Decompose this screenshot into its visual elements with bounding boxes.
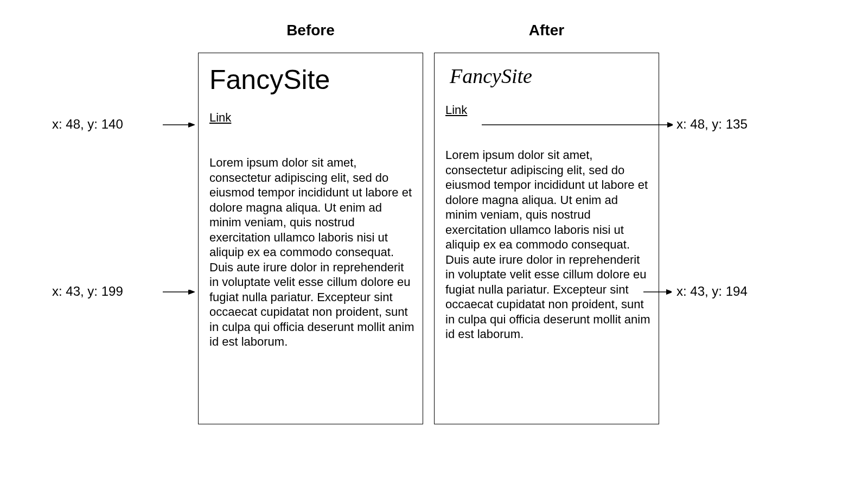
coord-label-after-body: x: 43, y: 194: [676, 284, 748, 299]
coord-label-before-body: x: 43, y: 199: [52, 284, 123, 299]
link-after[interactable]: Link: [445, 103, 467, 117]
coord-label-after-link: x: 48, y: 135: [676, 117, 748, 132]
site-title-before: FancySite: [209, 64, 415, 96]
body-text-after: Lorem ipsum dolor sit amet, consectetur …: [445, 148, 651, 342]
body-text-before: Lorem ipsum dolor sit amet, consectetur …: [209, 155, 415, 349]
link-before[interactable]: Link: [209, 111, 231, 125]
arrow-before-body: [163, 287, 198, 297]
site-title-after: FancySite: [445, 64, 651, 88]
arrow-before-link: [163, 119, 198, 130]
before-heading: Before: [198, 22, 423, 39]
arrow-after-body: [639, 287, 672, 297]
coord-label-before-link: x: 48, y: 140: [52, 117, 123, 132]
arrow-after-link: [477, 119, 673, 130]
after-heading: After: [434, 22, 659, 39]
after-device-frame: FancySite Link Lorem ipsum dolor sit ame…: [434, 53, 659, 424]
before-device-frame: FancySite Link Lorem ipsum dolor sit ame…: [198, 53, 423, 424]
